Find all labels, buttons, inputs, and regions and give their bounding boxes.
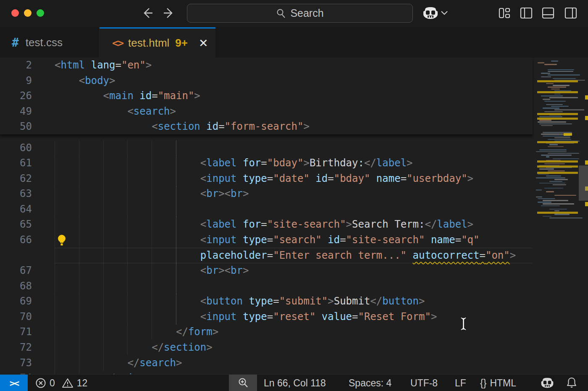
minimap-warning-bar xyxy=(537,141,578,143)
remote-indicator[interactable]: >< xyxy=(0,375,28,391)
indent-guide xyxy=(55,278,55,294)
overview-ruler-warning-mark xyxy=(585,95,588,100)
toggle-primary-sidebar-icon[interactable] xyxy=(520,7,533,19)
toggle-secondary-sidebar-icon[interactable] xyxy=(564,7,577,19)
tab-test-css[interactable]: # test.css xyxy=(0,27,100,58)
sticky-line[interactable]: 50 <section id="form-search"> xyxy=(0,119,533,134)
line-number: 63 xyxy=(0,186,32,202)
code-text: <br><br> xyxy=(55,263,249,278)
code-line[interactable]: 71 </form> xyxy=(0,324,533,340)
line-number: 65 xyxy=(0,217,32,232)
forward-arrow-icon[interactable] xyxy=(162,6,176,20)
minimap-line xyxy=(554,214,570,215)
line-number: 67 xyxy=(0,263,32,278)
minimap-line xyxy=(543,203,574,204)
minimap-line xyxy=(553,78,576,79)
minimap-warning-bar xyxy=(537,160,578,163)
code-line[interactable]: 67 <br><br> xyxy=(0,263,533,278)
minimap-line xyxy=(549,97,578,98)
sticky-line[interactable]: 26 <main id="main"> xyxy=(0,88,533,104)
zoom-in-icon xyxy=(237,377,249,389)
minimap-line xyxy=(548,146,564,147)
search-input[interactable]: Search xyxy=(187,4,413,23)
minimap-line xyxy=(541,95,563,96)
line-number: 73 xyxy=(0,355,32,371)
close-window-button[interactable] xyxy=(11,9,19,17)
scrollbar-thumb[interactable] xyxy=(579,165,588,201)
minimap-line xyxy=(544,111,563,112)
minimap-line xyxy=(544,188,563,189)
minimap-line xyxy=(546,176,561,176)
line-number: 2 xyxy=(0,58,32,73)
sticky-line[interactable]: 49 <search> xyxy=(0,104,533,119)
eol-status[interactable]: LF xyxy=(455,375,466,391)
close-tab-icon[interactable]: ✕ xyxy=(199,37,208,50)
code-line[interactable]: 70 <input type="reset" value="Reset Form… xyxy=(0,309,533,325)
minimap-line xyxy=(538,174,549,175)
code-line[interactable]: 72 </section> xyxy=(0,340,533,355)
indentation-status[interactable]: Spaces: 4 xyxy=(349,375,391,391)
maximize-window-button[interactable] xyxy=(37,9,44,17)
problems-status[interactable]: 0 12 xyxy=(35,375,87,391)
minimap-line xyxy=(538,62,544,63)
language-mode-status[interactable]: {} HTML xyxy=(480,375,516,391)
notifications-bell-icon[interactable] xyxy=(566,375,578,391)
minimap-line xyxy=(548,71,573,72)
minimap-line xyxy=(546,104,563,105)
lightbulb-icon[interactable] xyxy=(56,234,67,246)
tab-test-html[interactable]: <> test.html 9+ ✕ xyxy=(100,27,215,58)
sticky-line[interactable]: 9 <body> xyxy=(0,73,533,89)
code-line[interactable]: 62 <input type="date" id="bday" name="us… xyxy=(0,171,533,186)
code-line[interactable]: 74 </main> xyxy=(0,370,533,374)
code-line[interactable]: 63 <br><br> xyxy=(0,186,533,202)
minimap-line xyxy=(544,64,557,65)
copilot-icon[interactable] xyxy=(423,7,438,20)
code-line[interactable]: 65 <label for="site-search">Search Term:… xyxy=(0,217,533,232)
code-line[interactable]: 61 <label for="bday">Birthday:</label> xyxy=(0,155,533,171)
indent-guide xyxy=(79,140,79,156)
zoom-status-item[interactable] xyxy=(229,375,257,391)
line-number: 50 xyxy=(0,119,32,134)
indent-guide xyxy=(152,202,152,217)
minimap-line xyxy=(543,108,559,108)
code-text: <br><br> xyxy=(55,186,249,202)
warning-icon xyxy=(62,378,74,388)
line-number: 62 xyxy=(0,171,32,186)
encoding-status[interactable]: UTF-8 xyxy=(410,375,438,391)
minimap-line xyxy=(541,73,550,73)
line-number: 72 xyxy=(0,340,32,355)
line-number: 71 xyxy=(0,324,32,340)
minimap-line xyxy=(543,216,551,217)
code-line[interactable]: 73 </search> xyxy=(0,355,533,371)
copilot-status-icon[interactable] xyxy=(541,375,554,391)
minimap[interactable] xyxy=(533,58,588,374)
status-bar: >< 0 12 Ln 66, Col 118 Spaces: 4 UTF-8 L… xyxy=(0,374,588,391)
cursor-position-status[interactable]: Ln 66, Col 118 xyxy=(264,375,326,391)
indent-guide xyxy=(152,140,152,156)
editor-pane[interactable]: 6061 <label for="bday">Birthday:</label>… xyxy=(0,58,588,374)
minimap-line xyxy=(554,94,561,94)
code-line[interactable]: 60 xyxy=(0,140,533,156)
sticky-scroll[interactable]: 2<html lang="en">9 <body>26 <main id="ma… xyxy=(0,58,533,135)
tab-bar: # test.css <> test.html 9+ ✕ ⋯ xyxy=(0,27,588,58)
code-line[interactable]: 66 <input type="search" id="site-search"… xyxy=(0,232,533,248)
back-arrow-icon[interactable] xyxy=(140,6,154,20)
minimap-line xyxy=(549,218,583,218)
customize-layout-icon[interactable] xyxy=(499,7,510,19)
code-line[interactable]: 69 <button type="submit">Submit</button> xyxy=(0,294,533,309)
search-placeholder: Search xyxy=(290,7,323,19)
sticky-line[interactable]: 2<html lang="en"> xyxy=(0,58,533,73)
minimize-window-button[interactable] xyxy=(24,9,32,17)
code-text: <label for="site-search">Search Term:</l… xyxy=(55,217,473,232)
code-line[interactable]: 68 xyxy=(0,278,533,294)
minimap-line xyxy=(539,168,554,169)
minimap-warning-bar xyxy=(537,80,578,82)
minimap-warning-bar xyxy=(537,118,578,120)
minimap-line xyxy=(536,177,565,178)
toggle-panel-icon[interactable] xyxy=(542,7,554,19)
code-line[interactable]: 64 xyxy=(0,202,533,217)
indent-guide xyxy=(127,140,128,156)
minimap-line xyxy=(554,179,568,180)
chevron-down-icon[interactable] xyxy=(440,10,449,16)
code-text: <label for="bday">Birthday:</label> xyxy=(55,155,413,171)
